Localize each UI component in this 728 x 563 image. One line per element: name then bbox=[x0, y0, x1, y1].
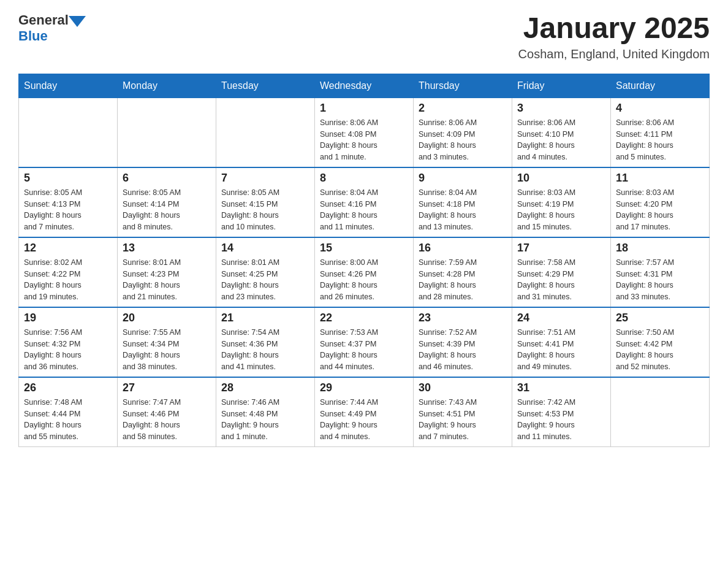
day-info: Sunrise: 7:44 AM Sunset: 4:49 PM Dayligh… bbox=[320, 397, 408, 443]
calendar-cell: 16Sunrise: 7:59 AM Sunset: 4:28 PM Dayli… bbox=[414, 237, 512, 307]
cell-content: 21Sunrise: 7:54 AM Sunset: 4:36 PM Dayli… bbox=[221, 312, 309, 373]
day-number: 11 bbox=[616, 172, 704, 185]
day-info: Sunrise: 8:02 AM Sunset: 4:22 PM Dayligh… bbox=[24, 257, 112, 303]
day-number: 16 bbox=[419, 242, 507, 255]
calendar-cell: 23Sunrise: 7:52 AM Sunset: 4:39 PM Dayli… bbox=[414, 307, 512, 377]
calendar-week-row: 19Sunrise: 7:56 AM Sunset: 4:32 PM Dayli… bbox=[19, 307, 710, 377]
cell-content: 9Sunrise: 8:04 AM Sunset: 4:18 PM Daylig… bbox=[419, 172, 507, 233]
calendar-day-header: Saturday bbox=[611, 74, 710, 98]
day-number: 13 bbox=[123, 242, 211, 255]
cell-content: 28Sunrise: 7:46 AM Sunset: 4:48 PM Dayli… bbox=[221, 381, 309, 443]
day-info: Sunrise: 8:05 AM Sunset: 4:13 PM Dayligh… bbox=[24, 187, 112, 233]
day-number: 10 bbox=[517, 172, 605, 185]
calendar-day-header: Monday bbox=[118, 74, 216, 98]
day-info: Sunrise: 8:05 AM Sunset: 4:15 PM Dayligh… bbox=[221, 187, 309, 233]
logo-blue-text: Blue bbox=[18, 28, 48, 44]
day-info: Sunrise: 8:06 AM Sunset: 4:09 PM Dayligh… bbox=[419, 117, 507, 163]
calendar-cell: 28Sunrise: 7:46 AM Sunset: 4:48 PM Dayli… bbox=[216, 377, 315, 447]
calendar-cell: 18Sunrise: 7:57 AM Sunset: 4:31 PM Dayli… bbox=[611, 237, 710, 307]
cell-content: 27Sunrise: 7:47 AM Sunset: 4:46 PM Dayli… bbox=[123, 381, 211, 443]
logo-general-text: General bbox=[18, 12, 69, 28]
day-info: Sunrise: 8:00 AM Sunset: 4:26 PM Dayligh… bbox=[320, 257, 408, 303]
day-number: 29 bbox=[320, 381, 408, 394]
day-info: Sunrise: 8:04 AM Sunset: 4:18 PM Dayligh… bbox=[419, 187, 507, 233]
calendar-cell bbox=[216, 98, 315, 167]
page-header: General Blue January 2025 Cosham, Englan… bbox=[18, 12, 710, 61]
calendar-cell: 22Sunrise: 7:53 AM Sunset: 4:37 PM Dayli… bbox=[315, 307, 414, 377]
day-info: Sunrise: 7:50 AM Sunset: 4:42 PM Dayligh… bbox=[616, 327, 704, 373]
cell-content: 26Sunrise: 7:48 AM Sunset: 4:44 PM Dayli… bbox=[24, 381, 112, 443]
calendar-cell: 11Sunrise: 8:03 AM Sunset: 4:20 PM Dayli… bbox=[611, 167, 710, 237]
day-number: 26 bbox=[24, 381, 112, 394]
calendar-cell: 24Sunrise: 7:51 AM Sunset: 4:41 PM Dayli… bbox=[512, 307, 611, 377]
title-block: January 2025 Cosham, England, United Kin… bbox=[518, 12, 710, 61]
calendar-day-header: Thursday bbox=[414, 74, 512, 98]
day-number: 28 bbox=[221, 381, 309, 394]
cell-content: 14Sunrise: 8:01 AM Sunset: 4:25 PM Dayli… bbox=[221, 242, 309, 303]
day-info: Sunrise: 8:06 AM Sunset: 4:08 PM Dayligh… bbox=[320, 117, 408, 163]
day-number: 6 bbox=[123, 172, 211, 185]
cell-content: 16Sunrise: 7:59 AM Sunset: 4:28 PM Dayli… bbox=[419, 242, 507, 303]
day-info: Sunrise: 7:58 AM Sunset: 4:29 PM Dayligh… bbox=[517, 257, 605, 303]
cell-content: 23Sunrise: 7:52 AM Sunset: 4:39 PM Dayli… bbox=[419, 312, 507, 373]
calendar-table: SundayMondayTuesdayWednesdayThursdayFrid… bbox=[18, 74, 710, 447]
calendar-cell: 3Sunrise: 8:06 AM Sunset: 4:10 PM Daylig… bbox=[512, 98, 611, 167]
day-info: Sunrise: 8:03 AM Sunset: 4:20 PM Dayligh… bbox=[616, 187, 704, 233]
cell-content: 12Sunrise: 8:02 AM Sunset: 4:22 PM Dayli… bbox=[24, 242, 112, 303]
day-info: Sunrise: 8:06 AM Sunset: 4:10 PM Dayligh… bbox=[517, 117, 605, 163]
page-subtitle: Cosham, England, United Kingdom bbox=[518, 47, 710, 61]
day-info: Sunrise: 7:55 AM Sunset: 4:34 PM Dayligh… bbox=[123, 327, 211, 373]
day-info: Sunrise: 8:03 AM Sunset: 4:19 PM Dayligh… bbox=[517, 187, 605, 233]
calendar-cell: 2Sunrise: 8:06 AM Sunset: 4:09 PM Daylig… bbox=[414, 98, 512, 167]
day-info: Sunrise: 7:57 AM Sunset: 4:31 PM Dayligh… bbox=[616, 257, 704, 303]
day-number: 8 bbox=[320, 172, 408, 185]
cell-content: 31Sunrise: 7:42 AM Sunset: 4:53 PM Dayli… bbox=[517, 381, 605, 443]
cell-content: 3Sunrise: 8:06 AM Sunset: 4:10 PM Daylig… bbox=[517, 102, 605, 163]
cell-content: 29Sunrise: 7:44 AM Sunset: 4:49 PM Dayli… bbox=[320, 381, 408, 443]
cell-content: 6Sunrise: 8:05 AM Sunset: 4:14 PM Daylig… bbox=[123, 172, 211, 233]
calendar-cell: 20Sunrise: 7:55 AM Sunset: 4:34 PM Dayli… bbox=[118, 307, 216, 377]
cell-content: 17Sunrise: 7:58 AM Sunset: 4:29 PM Dayli… bbox=[517, 242, 605, 303]
calendar-cell bbox=[19, 98, 118, 167]
day-number: 5 bbox=[24, 172, 112, 185]
day-info: Sunrise: 7:54 AM Sunset: 4:36 PM Dayligh… bbox=[221, 327, 309, 373]
calendar-cell: 9Sunrise: 8:04 AM Sunset: 4:18 PM Daylig… bbox=[414, 167, 512, 237]
day-number: 1 bbox=[320, 102, 408, 115]
cell-content: 20Sunrise: 7:55 AM Sunset: 4:34 PM Dayli… bbox=[123, 312, 211, 373]
calendar-cell: 19Sunrise: 7:56 AM Sunset: 4:32 PM Dayli… bbox=[19, 307, 118, 377]
calendar-cell: 7Sunrise: 8:05 AM Sunset: 4:15 PM Daylig… bbox=[216, 167, 315, 237]
calendar-cell: 12Sunrise: 8:02 AM Sunset: 4:22 PM Dayli… bbox=[19, 237, 118, 307]
calendar-cell: 6Sunrise: 8:05 AM Sunset: 4:14 PM Daylig… bbox=[118, 167, 216, 237]
cell-content: 10Sunrise: 8:03 AM Sunset: 4:19 PM Dayli… bbox=[517, 172, 605, 233]
calendar-day-header: Wednesday bbox=[315, 74, 414, 98]
day-number: 25 bbox=[616, 312, 704, 324]
cell-content: 7Sunrise: 8:05 AM Sunset: 4:15 PM Daylig… bbox=[221, 172, 309, 233]
calendar-cell: 25Sunrise: 7:50 AM Sunset: 4:42 PM Dayli… bbox=[611, 307, 710, 377]
day-info: Sunrise: 7:51 AM Sunset: 4:41 PM Dayligh… bbox=[517, 327, 605, 373]
day-number: 4 bbox=[616, 102, 704, 115]
day-number: 21 bbox=[221, 312, 309, 324]
cell-content: 4Sunrise: 8:06 AM Sunset: 4:11 PM Daylig… bbox=[616, 102, 704, 163]
day-number: 30 bbox=[419, 381, 507, 394]
day-info: Sunrise: 7:59 AM Sunset: 4:28 PM Dayligh… bbox=[419, 257, 507, 303]
calendar-cell bbox=[118, 98, 216, 167]
day-number: 23 bbox=[419, 312, 507, 324]
calendar-cell: 30Sunrise: 7:43 AM Sunset: 4:51 PM Dayli… bbox=[414, 377, 512, 447]
day-number: 22 bbox=[320, 312, 408, 324]
day-info: Sunrise: 8:06 AM Sunset: 4:11 PM Dayligh… bbox=[616, 117, 704, 163]
day-info: Sunrise: 7:46 AM Sunset: 4:48 PM Dayligh… bbox=[221, 397, 309, 443]
calendar-week-row: 1Sunrise: 8:06 AM Sunset: 4:08 PM Daylig… bbox=[19, 98, 710, 167]
cell-content: 11Sunrise: 8:03 AM Sunset: 4:20 PM Dayli… bbox=[616, 172, 704, 233]
day-number: 3 bbox=[517, 102, 605, 115]
cell-content: 15Sunrise: 8:00 AM Sunset: 4:26 PM Dayli… bbox=[320, 242, 408, 303]
cell-content: 8Sunrise: 8:04 AM Sunset: 4:16 PM Daylig… bbox=[320, 172, 408, 233]
calendar-week-row: 12Sunrise: 8:02 AM Sunset: 4:22 PM Dayli… bbox=[19, 237, 710, 307]
calendar-cell: 15Sunrise: 8:00 AM Sunset: 4:26 PM Dayli… bbox=[315, 237, 414, 307]
calendar-cell: 17Sunrise: 7:58 AM Sunset: 4:29 PM Dayli… bbox=[512, 237, 611, 307]
cell-content: 24Sunrise: 7:51 AM Sunset: 4:41 PM Dayli… bbox=[517, 312, 605, 373]
day-info: Sunrise: 7:52 AM Sunset: 4:39 PM Dayligh… bbox=[419, 327, 507, 373]
day-number: 24 bbox=[517, 312, 605, 324]
calendar-cell: 10Sunrise: 8:03 AM Sunset: 4:19 PM Dayli… bbox=[512, 167, 611, 237]
calendar-week-row: 26Sunrise: 7:48 AM Sunset: 4:44 PM Dayli… bbox=[19, 377, 710, 447]
cell-content: 22Sunrise: 7:53 AM Sunset: 4:37 PM Dayli… bbox=[320, 312, 408, 373]
